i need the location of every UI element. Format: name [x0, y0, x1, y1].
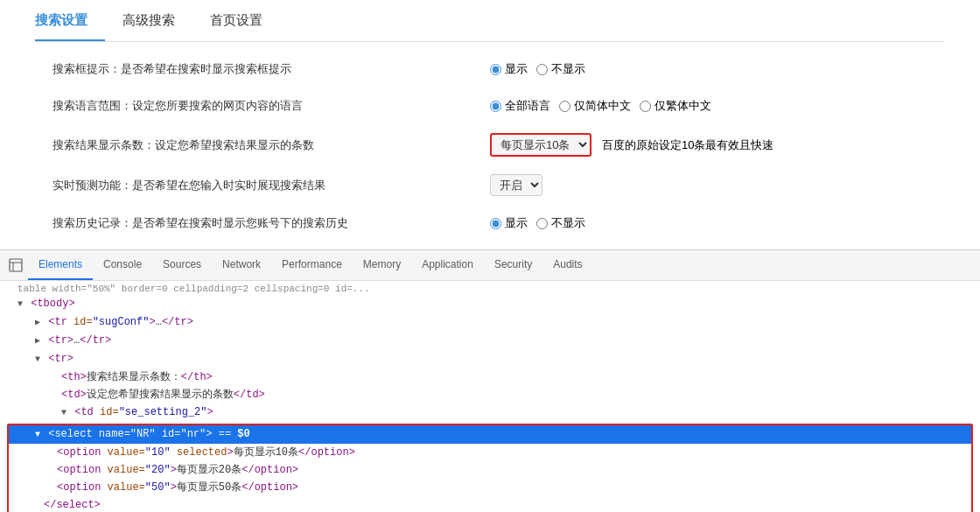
setting-label-lang: 搜索语言范围：设定您所要搜索的网页内容的语言 [52, 98, 490, 114]
control-lang: 全部语言 仅简体中文 仅繁体中文 [490, 98, 711, 114]
devtools-tab-performance[interactable]: Performance [271, 250, 353, 280]
triangle-td[interactable]: ▼ [61, 408, 66, 417]
setting-label-results-count: 搜索结果显示条数：设定您希望搜索结果显示的条数 [52, 137, 490, 153]
devtools-tab-elements[interactable]: Elements [28, 250, 93, 280]
radio-hide[interactable]: 不显示 [536, 61, 585, 77]
select-results-per-page[interactable]: 每页显示10条每页显示20条每页显示50条 [490, 133, 592, 157]
devtools-tab-memory[interactable]: Memory [353, 250, 411, 280]
radio-traditional[interactable]: 仅繁体中文 [640, 98, 711, 114]
code-line-tr-dots[interactable]: ▶ <tr>…</tr> [0, 332, 980, 350]
devtools-tab-console[interactable]: Console [93, 250, 152, 280]
control-search-hint: 显示 不显示 [490, 61, 585, 77]
key-search-hint: 搜索框提示 [52, 62, 109, 75]
tab-search-settings[interactable]: 搜索设置 [35, 0, 105, 41]
select-realtime[interactable]: 开启关闭 [490, 174, 542, 196]
triangle-select[interactable]: ▼ [35, 430, 40, 439]
partial-code-line: table width="50%" border=0 cellpadding=2… [0, 283, 980, 295]
devtools-tab-bar: Elements Console Sources Network Perform… [28, 250, 593, 280]
setting-row-history: 搜索历史记录：是否希望在搜索时显示您账号下的搜索历史 显示 不显示 [35, 205, 945, 242]
devtools-tab-network[interactable]: Network [212, 250, 271, 280]
code-line-tr-open[interactable]: ▼ <tr> [0, 350, 980, 368]
svg-rect-0 [10, 259, 22, 271]
triangle-tbody[interactable]: ▼ [18, 299, 23, 309]
control-results-count: 每页显示10条每页显示20条每页显示50条 百度的原始设定10条最有效且快速 [490, 133, 774, 157]
radio-simplified[interactable]: 仅简体中文 [559, 98, 631, 114]
code-line-tbody-open[interactable]: ▼ <tbody> [0, 295, 980, 313]
setting-label-search-hint: 搜索框提示：是否希望在搜索时显示搜索框提示 [52, 61, 490, 77]
settings-content: 搜索框提示：是否希望在搜索时显示搜索框提示 显示 不显示 搜索语言范围：设定您所… [35, 42, 945, 250]
setting-row-search-hint: 搜索框提示：是否希望在搜索时显示搜索框提示 显示 不显示 [35, 51, 945, 88]
control-realtime: 开启关闭 [490, 174, 542, 196]
code-line-td-id[interactable]: ▼ <td id="se_setting_2"> [0, 403, 980, 422]
radio-history-hide[interactable]: 不显示 [536, 215, 585, 231]
devtools-code-content: table width="50%" border=0 cellpadding=2… [0, 281, 980, 512]
results-count-suffix: 百度的原始设定10条最有效且快速 [602, 137, 774, 153]
setting-label-realtime: 实时预测功能：是否希望在您输入时实时展现搜索结果 [52, 178, 490, 193]
devtools-tab-audits[interactable]: Audits [542, 250, 592, 280]
setting-row-results-count: 搜索结果显示条数：设定您希望搜索结果显示的条数 每页显示10条每页显示20条每页… [35, 124, 945, 165]
radio-all-lang[interactable]: 全部语言 [490, 98, 550, 114]
code-line-option1[interactable]: <option value="10" selected>每页显示10条</opt… [9, 444, 971, 461]
code-line-td-desc[interactable]: <td>设定您希望搜索结果显示的条数</td> [0, 386, 980, 403]
settings-panel: 搜索设置 高级搜索 首页设置 搜索框提示：是否希望在搜索时显示搜索框提示 显示 … [0, 0, 980, 250]
inspect-icon[interactable] [4, 253, 28, 277]
devtools-tab-application[interactable]: Application [411, 250, 484, 280]
radio-show[interactable]: 显示 [490, 61, 528, 77]
devtools-toolbar: Elements Console Sources Network Perform… [0, 250, 980, 281]
setting-label-history: 搜索历史记录：是否希望在搜索时显示您账号下的搜索历史 [52, 215, 490, 231]
tab-home-settings[interactable]: 首页设置 [210, 0, 280, 41]
triangle-tr-open[interactable]: ▼ [35, 354, 40, 364]
triangle-tr[interactable]: ▶ [35, 336, 40, 346]
setting-row-lang: 搜索语言范围：设定您所要搜索的网页内容的语言 全部语言 仅简体中文 仅繁体中文 [35, 88, 945, 124]
devtools-tab-security[interactable]: Security [484, 250, 542, 280]
code-line-select-close[interactable]: </select> [9, 496, 971, 512]
triangle-tr-sugconf[interactable]: ▶ [35, 318, 40, 327]
tab-advanced-search[interactable]: 高级搜索 [122, 0, 192, 41]
code-line-tr-sugconf[interactable]: ▶ <tr id="sugConf">…</tr> [0, 313, 980, 332]
main-tab-bar: 搜索设置 高级搜索 首页设置 [35, 0, 945, 42]
control-history: 显示 不显示 [490, 215, 585, 231]
radio-history-show[interactable]: 显示 [490, 215, 528, 231]
setting-row-realtime: 实时预测功能：是否希望在您输入时实时展现搜索结果 开启关闭 [35, 165, 945, 205]
code-line-option3[interactable]: <option value="50">每页显示50条</option> [9, 479, 971, 496]
code-box-select: ▼ <select name="NR" id="nr"> == $0 <opti… [7, 424, 973, 512]
devtools-panel: Elements Console Sources Network Perform… [0, 249, 980, 512]
code-area: table width="50%" border=0 cellpadding=2… [0, 281, 980, 512]
code-line-th[interactable]: <th>搜索结果显示条数：</th> [0, 368, 980, 386]
code-line-option2[interactable]: <option value="20">每页显示20条</option> [9, 461, 971, 479]
code-line-select-highlighted[interactable]: ▼ <select name="NR" id="nr"> == $0 [9, 425, 971, 444]
devtools-tab-sources[interactable]: Sources [152, 250, 212, 280]
